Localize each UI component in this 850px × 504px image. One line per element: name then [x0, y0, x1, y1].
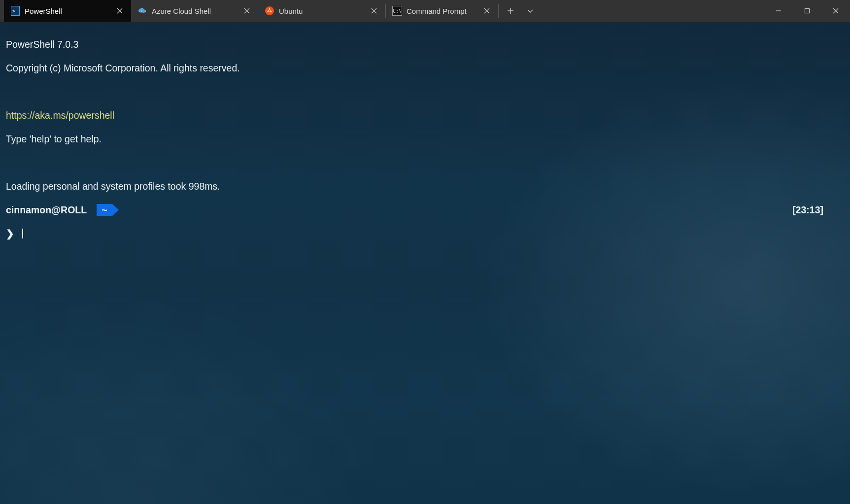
tab-label: Command Prompt [407, 7, 477, 15]
tab-label: Azure Cloud Shell [152, 7, 238, 15]
new-tab-button[interactable] [502, 3, 519, 18]
minimize-button[interactable] [764, 0, 793, 22]
prompt-symbol: ❯ [6, 228, 14, 239]
terminal-pane[interactable]: PowerShell 7.0.3 Copyright (c) Microsoft… [0, 22, 850, 504]
close-icon[interactable] [370, 6, 378, 15]
tab-label: Ubuntu [279, 7, 365, 15]
terminal-content: PowerShell 7.0.3 Copyright (c) Microsoft… [0, 22, 850, 504]
terminal-blank-line [6, 86, 844, 98]
tab-ubuntu[interactable]: Ubuntu [258, 0, 385, 22]
tab-label: PowerShell [25, 7, 110, 15]
titlebar: >_ PowerShell >_ Azure Cloud Shell [0, 0, 850, 22]
svg-rect-5 [805, 9, 810, 13]
prompt-line: cinnamon@ROLL ~ [23:13] [6, 204, 844, 216]
svg-point-3 [271, 11, 272, 12]
terminal-line: Copyright (c) Microsoft Corporation. All… [6, 62, 844, 74]
terminal-line: PowerShell 7.0.3 [6, 38, 844, 50]
close-icon[interactable] [115, 6, 124, 15]
titlebar-drag-area[interactable] [542, 0, 764, 22]
tab-dropdown-button[interactable] [521, 3, 539, 18]
command-prompt-icon: C:\ [393, 6, 402, 15]
terminal-line: Loading personal and system profiles too… [6, 180, 844, 192]
ubuntu-icon [265, 6, 274, 15]
tab-actions [499, 0, 542, 22]
tab-powershell[interactable]: >_ PowerShell [4, 0, 131, 22]
terminal-link[interactable]: https://aka.ms/powershell [6, 109, 844, 121]
azure-cloud-icon: >_ [138, 6, 147, 15]
prompt-time: [23:13] [792, 204, 823, 216]
cursor-icon [22, 229, 23, 238]
close-window-button[interactable] [821, 0, 850, 22]
prompt-path-segment: ~ [97, 204, 112, 216]
terminal-input-line[interactable]: ❯ [6, 228, 844, 239]
svg-point-4 [268, 11, 269, 12]
svg-point-1 [269, 10, 271, 12]
tab-azure-cloud-shell[interactable]: >_ Azure Cloud Shell [131, 0, 258, 22]
svg-point-2 [269, 8, 270, 9]
terminal-line: Type 'help' to get help. [6, 133, 844, 145]
prompt-path: ~ [102, 204, 107, 216]
tab-command-prompt[interactable]: C:\ Command Prompt [386, 0, 498, 22]
maximize-button[interactable] [793, 0, 821, 22]
tab-strip: >_ PowerShell >_ Azure Cloud Shell [0, 0, 542, 22]
powershell-icon: >_ [11, 6, 20, 15]
window-controls [764, 0, 850, 22]
close-icon[interactable] [242, 6, 251, 15]
terminal-blank-line [6, 157, 844, 168]
prompt-user-host: cinnamon@ROLL [6, 204, 87, 216]
close-icon[interactable] [482, 6, 491, 15]
svg-text:>_: >_ [141, 9, 145, 13]
prompt-separator-icon [88, 204, 94, 216]
